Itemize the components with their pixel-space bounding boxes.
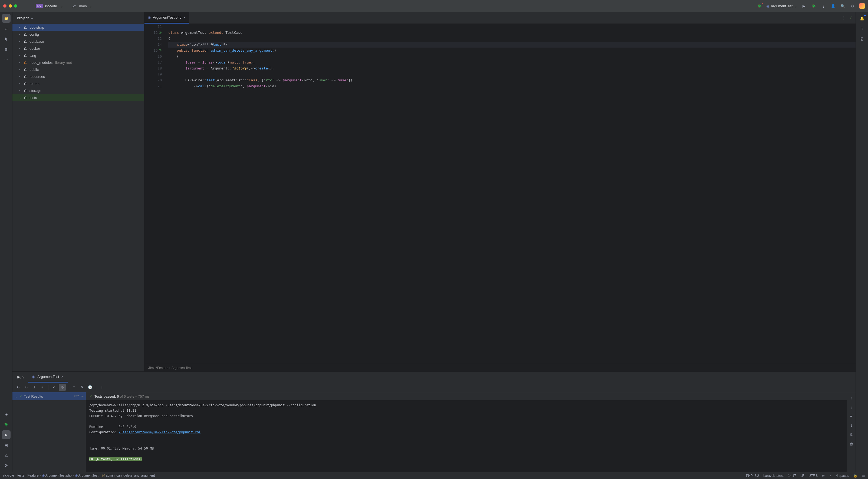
memory-icon[interactable]: ▭: [862, 474, 865, 478]
history-icon[interactable]: 🕓: [87, 384, 94, 391]
run-icon[interactable]: ▶: [801, 3, 807, 9]
code-editor[interactable]: 1112⟳131415⟳161718192021 class ArgumentT…: [145, 24, 856, 364]
show-ignored-icon[interactable]: ⊘: [59, 384, 66, 391]
tree-item-node_modules[interactable]: ›🗀node_moduleslibrary root: [12, 59, 144, 66]
toggle-auto-test-icon[interactable]: ⤴: [31, 384, 38, 391]
cursor-position[interactable]: 14:17: [788, 474, 796, 478]
tree-item-tests[interactable]: ⌄🗀tests: [12, 94, 144, 101]
ai-chat-icon[interactable]: ⌇: [858, 24, 866, 33]
config-file-link[interactable]: /Users/brentroose/Dev/rfc-vote/phpunit.x…: [119, 430, 200, 434]
tree-item-public[interactable]: ›🗀public: [12, 66, 144, 73]
search-icon[interactable]: 🔍: [840, 3, 846, 9]
rerun-failed-icon[interactable]: ↻: [23, 384, 30, 391]
run-config-selector[interactable]: ◉ ArgumentTest: [766, 4, 797, 8]
minimize-window-icon[interactable]: [9, 4, 12, 7]
run-config-tab-label: ArgumentTest: [37, 375, 59, 379]
commit-tool-icon[interactable]: ⊙: [2, 24, 10, 33]
run-toolbar: ↻ ↻ ⤴ ■ ✓ ⊘ ≡ ⇱ 🕓 ⋮: [12, 382, 856, 392]
tests-passed-count: Tests passed: 6: [94, 395, 119, 399]
ok-result: OK (6 tests, 32 assertions): [89, 457, 142, 461]
tree-item-docker[interactable]: ›🗀docker: [12, 45, 144, 52]
tree-item-lang[interactable]: ›🗀lang: [12, 52, 144, 59]
tree-item-bootstrap[interactable]: ›🗀bootstrap: [12, 24, 144, 31]
maximize-window-icon[interactable]: [14, 4, 17, 7]
statusbar-breadcrumb[interactable]: rfc-votetestsFeature◉ ArgumentTest.php◉ …: [3, 473, 155, 478]
debug-icon[interactable]: 🪲: [811, 3, 816, 9]
pull-requests-icon[interactable]: ⇅: [2, 35, 10, 43]
editor-area: ◉ ArgumentTest.php × ⋮ ✓ 1112⟳131415⟳161…: [145, 12, 856, 371]
test-results-label: Test Results: [24, 395, 43, 399]
more-icon[interactable]: ⋮: [98, 384, 105, 391]
tree-item-routes[interactable]: ›🗀routes: [12, 80, 144, 87]
project-panel: Project ›🗀bootstrap›🗀config›🗀database›🗀d…: [12, 12, 145, 371]
line-separator[interactable]: LF: [800, 474, 804, 478]
scroll-to-end-icon[interactable]: ⤓: [848, 422, 855, 429]
ai-assistant-icon[interactable]: [859, 3, 865, 9]
git-branch-icon[interactable]: [72, 4, 77, 8]
scroll-down-icon[interactable]: ↓: [848, 404, 855, 411]
more-icon[interactable]: ⋮: [820, 3, 826, 9]
sort-icon[interactable]: ≡: [70, 384, 78, 391]
run-tool-icon[interactable]: ▶: [2, 430, 10, 439]
scroll-up-icon[interactable]: ↑: [848, 395, 855, 402]
bug-icon[interactable]: 🪲: [756, 3, 763, 9]
show-passed-icon[interactable]: ✓: [51, 384, 58, 391]
tool-window-bar-left: 📁 ⊙ ⇅ ⊞ ⋯: [0, 12, 12, 472]
tree-item-config[interactable]: ›🗀config: [12, 31, 144, 38]
soft-wrap-icon[interactable]: ≡: [848, 413, 855, 420]
console-output[interactable]: /opt/homebrew/Cellar/php/8.2.9/bin/php /…: [86, 400, 847, 472]
editor-breadcrumb[interactable]: \Tests\Feature ArgumentTest: [145, 364, 856, 371]
chevron-down-icon: [30, 16, 33, 20]
debug-tool-icon[interactable]: 🪲: [2, 420, 10, 429]
tree-item-database[interactable]: ›🗀database: [12, 38, 144, 45]
notifications-icon[interactable]: 🔔: [858, 14, 866, 23]
services-tool-icon[interactable]: ◈: [2, 410, 10, 418]
close-icon[interactable]: ×: [61, 375, 63, 379]
breadcrumb-namespace: \Tests\Feature: [148, 366, 168, 370]
readonly-icon[interactable]: 🔓: [854, 474, 858, 478]
test-time: 757 ms: [74, 395, 84, 398]
widget-icon[interactable]: ⚬: [829, 474, 832, 478]
project-name[interactable]: rfc-vote: [45, 4, 57, 8]
tree-item-resources[interactable]: ›🗀resources: [12, 73, 144, 80]
file-encoding[interactable]: UTF-8: [808, 474, 818, 478]
terminal-tool-icon[interactable]: ▣: [2, 441, 10, 449]
close-icon[interactable]: ×: [184, 15, 186, 20]
tree-item-storage[interactable]: ›🗀storage: [12, 87, 144, 94]
laravel-version[interactable]: Laravel: latest: [763, 474, 783, 478]
code-with-me-icon[interactable]: 👤: [830, 3, 836, 9]
branch-name[interactable]: main: [79, 4, 87, 8]
tool-window-bar-right: 🔔 ⌇ 🗄: [856, 12, 868, 472]
build-tool-icon[interactable]: ⚒: [2, 461, 10, 470]
structure-tool-icon[interactable]: ⊞: [2, 45, 10, 54]
settings-icon[interactable]: ⚙: [849, 3, 856, 9]
inspection-ok-icon[interactable]: ✓: [849, 16, 852, 20]
php-version[interactable]: PHP: 8.2: [746, 474, 759, 478]
run-config-tab[interactable]: ◉ ArgumentTest ×: [28, 372, 68, 382]
console-side-toolbar: ↑ ↓ ≡ ⤓ 🖶 🗑: [847, 392, 856, 472]
chevron-down-icon[interactable]: [89, 4, 92, 8]
clear-icon[interactable]: 🗑: [848, 440, 855, 447]
run-panel-label: Run: [12, 372, 28, 382]
indent-setting[interactable]: 4 spaces: [836, 474, 849, 478]
test-results-root[interactable]: ⌄ ✓ Test Results 757 ms: [12, 392, 86, 400]
close-window-icon[interactable]: [3, 4, 6, 7]
more-tool-icon[interactable]: ⋯: [2, 55, 10, 64]
project-tool-icon[interactable]: 📁: [2, 14, 10, 23]
tests-total: of 6 tests – 757 ms: [119, 395, 149, 399]
print-icon[interactable]: 🖶: [848, 431, 855, 438]
run-panel: Run ◉ ArgumentTest × ↻ ↻ ⤴ ■ ✓ ⊘ ≡ ⇱ 🕓: [12, 371, 856, 472]
rerun-icon[interactable]: ↻: [14, 384, 22, 391]
project-tree[interactable]: ›🗀bootstrap›🗀config›🗀database›🗀docker›🗀l…: [12, 24, 144, 371]
problems-tool-icon[interactable]: ⚠: [2, 451, 10, 459]
breadcrumb-class: ArgumentTest: [172, 366, 192, 370]
stop-icon[interactable]: ■: [39, 384, 46, 391]
widget-icon[interactable]: ⊚: [822, 474, 825, 478]
chevron-down-icon[interactable]: [60, 4, 63, 8]
editor-tab-active[interactable]: ◉ ArgumentTest.php ×: [145, 12, 189, 24]
expand-icon[interactable]: ⇱: [79, 384, 86, 391]
project-panel-header[interactable]: Project: [12, 12, 144, 24]
test-tree[interactable]: ⌄ ✓ Test Results 757 ms: [12, 392, 86, 472]
more-icon[interactable]: ⋮: [841, 15, 847, 21]
database-tool-icon[interactable]: 🗄: [858, 35, 866, 43]
